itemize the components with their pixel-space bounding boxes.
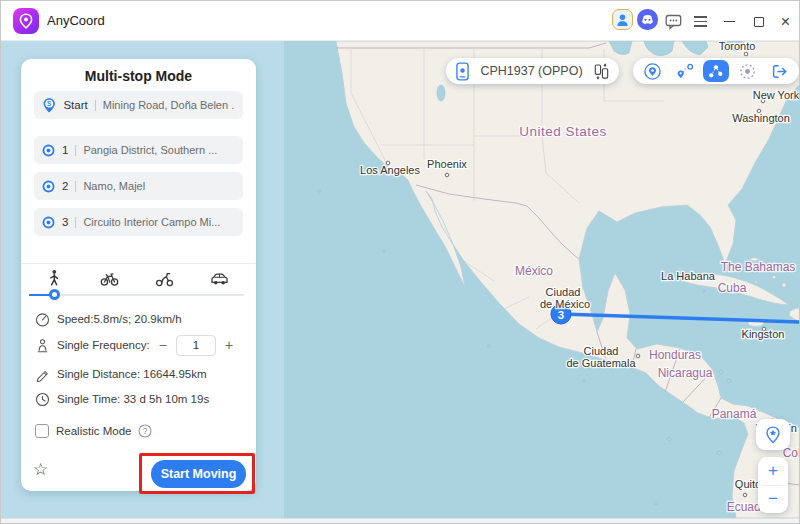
feedback-bubble-icon[interactable] (663, 11, 684, 32)
distance-row: Single Distance: 16644.95km (35, 364, 245, 384)
svg-text:Los Angeles: Los Angeles (360, 164, 420, 176)
frequency-input[interactable] (176, 335, 216, 356)
stop-number: 2 (62, 180, 68, 192)
svg-text:United States: United States (519, 124, 607, 139)
window-bottom-edge (1, 518, 800, 524)
start-address: Mining Road, Doña Belen ... (103, 99, 235, 111)
exit-mode-button[interactable] (766, 60, 792, 82)
title-bar: AnyCoord × (1, 1, 800, 41)
discord-logo (640, 14, 655, 26)
divider (95, 100, 96, 111)
realistic-mode-checkbox[interactable] (35, 424, 49, 438)
svg-text:de Guatemala: de Guatemala (566, 357, 636, 369)
joystick-mode-button[interactable] (735, 60, 761, 82)
stop-dot-icon (42, 144, 55, 157)
start-label: Start (63, 99, 87, 111)
walk-icon[interactable] (45, 269, 63, 287)
app-title: AnyCoord (47, 13, 105, 28)
discord-icon[interactable] (637, 9, 658, 30)
pin-star-icon (763, 424, 783, 446)
stop-dot-icon (42, 180, 55, 193)
device-name: CPH1937 (OPPO) (477, 64, 586, 78)
time-text: Single Time: 33 d 5h 10m 19s (57, 393, 209, 405)
stop-row-3[interactable]: 3 Circuito Interior Campo Mi... (34, 208, 243, 236)
svg-text:3: 3 (558, 309, 564, 321)
svg-text:Kingston: Kingston (742, 328, 785, 340)
realistic-mode-label: Realistic Mode (56, 425, 131, 437)
time-row: Single Time: 33 d 5h 10m 19s (35, 389, 245, 409)
zoom-control: + − (758, 457, 788, 513)
svg-text:México: México (515, 264, 553, 278)
distance-text: Single Distance: 16644.95km (57, 368, 207, 380)
section-divider (21, 263, 256, 264)
favorite-star-icon[interactable]: ☆ (33, 459, 48, 480)
svg-text:Nicaragua: Nicaragua (658, 366, 713, 380)
frequency-plus-button[interactable]: + (223, 337, 235, 353)
help-icon[interactable]: ? (138, 424, 152, 438)
stop-address: Namo, Majel (83, 180, 145, 192)
collection-pin-button[interactable] (756, 419, 790, 450)
map-area[interactable]: 3 TorontoNew YorkWashingtonUnited States… (284, 41, 800, 518)
svg-text:de México: de México (540, 298, 590, 310)
slider-track[interactable] (29, 294, 244, 296)
start-point-row[interactable]: S Start Mining Road, Doña Belen ... (34, 91, 243, 119)
svg-text:La Habana: La Habana (661, 270, 716, 282)
realistic-mode-row: Realistic Mode ? (35, 421, 245, 441)
speed-text: Speed:5.8m/s; 20.9km/h (57, 313, 182, 325)
maximize-button[interactable] (748, 11, 769, 32)
phone-icon (456, 62, 469, 81)
mode-toolbar (633, 58, 799, 84)
switch-device-icon[interactable] (594, 63, 609, 80)
speed-row: Speed:5.8m/s; 20.9km/h (35, 309, 245, 329)
svg-text:Ciudad: Ciudad (546, 286, 581, 298)
scooter-icon[interactable] (155, 269, 174, 287)
svg-text:Toronto: Toronto (719, 41, 756, 52)
anycoord-logo-icon (13, 8, 39, 34)
speedometer-icon (35, 312, 50, 327)
stop-address: Pangia District, Southern ... (83, 144, 217, 156)
svg-text:S: S (47, 100, 51, 107)
frequency-label: Single Frequency: (57, 339, 150, 351)
close-button[interactable]: × (775, 11, 796, 32)
menu-icon[interactable] (690, 11, 711, 32)
svg-text:New York: New York (753, 89, 800, 101)
teleport-mode-button[interactable] (640, 60, 666, 82)
stop-row-1[interactable]: 1 Pangia District, Southern ... (34, 136, 243, 164)
svg-text:Washington: Washington (732, 112, 790, 124)
zoom-in-button[interactable]: + (758, 457, 788, 485)
multi-stop-mode-button[interactable] (703, 60, 729, 82)
stop-row-2[interactable]: 2 Namo, Majel (34, 172, 243, 200)
two-spot-mode-button[interactable] (671, 60, 697, 82)
minimize-button[interactable] (719, 11, 740, 32)
stop-number: 3 (62, 216, 68, 228)
start-moving-button[interactable]: Start Moving (151, 460, 246, 488)
frequency-minus-button[interactable]: − (157, 337, 169, 353)
svg-text:Honduras: Honduras (649, 348, 701, 362)
app-window: AnyCoord × Mult (0, 0, 800, 524)
multi-stop-card: Multi-stop Mode S Start Mining Road, Doñ… (21, 59, 256, 491)
car-icon[interactable] (210, 269, 229, 287)
zoom-out-button[interactable]: − (758, 486, 788, 514)
stop-dot-icon (42, 216, 55, 229)
stop-address: Circuito Interior Campo Mi... (83, 216, 220, 228)
svg-text:Phoenix: Phoenix (427, 158, 467, 170)
speed-slider[interactable] (29, 290, 244, 299)
svg-text:Panamá: Panamá (712, 407, 757, 421)
svg-text:The Bahamas: The Bahamas (721, 260, 796, 274)
divider (75, 181, 76, 192)
frequency-icon (35, 338, 50, 353)
transport-mode-row (21, 269, 256, 289)
person-icon (614, 11, 631, 28)
divider (75, 217, 76, 228)
svg-text:Ciudad: Ciudad (584, 345, 619, 357)
device-selector[interactable]: CPH1937 (OPPO) (446, 58, 619, 84)
svg-text:?: ? (143, 426, 148, 436)
stop-number: 1 (62, 144, 68, 156)
user-avatar[interactable] (612, 9, 633, 30)
slider-knob[interactable] (49, 289, 60, 300)
map-canvas[interactable]: 3 TorontoNew YorkWashingtonUnited States… (284, 41, 800, 518)
bicycle-icon[interactable] (100, 269, 119, 287)
pencil-icon (35, 367, 50, 382)
clock-icon (35, 392, 50, 407)
side-panel: Multi-stop Mode S Start Mining Road, Doñ… (1, 41, 284, 518)
